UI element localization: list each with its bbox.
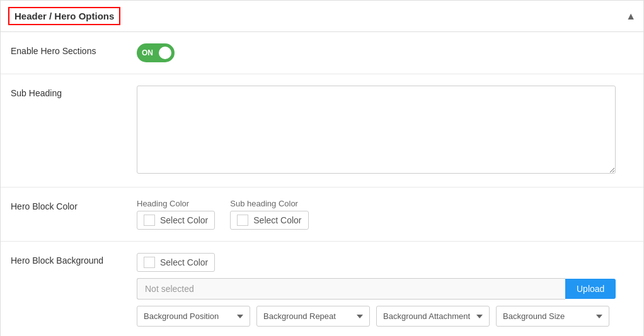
hero-block-color-content: Heading Color Select Color Sub heading C… [137, 199, 633, 230]
hero-block-color-row: Hero Block Color Heading Color Select Co… [1, 188, 643, 242]
enable-hero-toggle[interactable]: ON [137, 43, 175, 62]
background-repeat-dropdown[interactable]: Background Repeat [256, 306, 370, 327]
bg-select-color-btn[interactable]: Select Color [137, 253, 215, 272]
heading-color-group: Heading Color Select Color [137, 199, 215, 230]
bg-select-color-text: Select Color [160, 257, 208, 267]
dropdowns-row: Background Position Background Repeat Ba… [137, 306, 633, 327]
heading-color-btn-text: Select Color [160, 215, 208, 225]
hero-block-background-row: Hero Block Background Select Color Not s… [1, 242, 643, 336]
enable-hero-row: Enable Hero Sections ON [1, 32, 643, 74]
sub-heading-content [137, 86, 633, 176]
sub-heading-color-swatch [237, 215, 248, 226]
hero-block-background-label: Hero Block Background [11, 253, 137, 266]
heading-color-swatch [144, 215, 155, 226]
sub-heading-color-group: Sub heading Color Select Color [230, 199, 308, 230]
bg-select-color-wrapper: Select Color [137, 253, 633, 272]
section-header: Header / Hero Options ▲ [1, 1, 643, 32]
file-input-display: Not selected [137, 278, 565, 300]
page-wrapper: Header / Hero Options ▲ Enable Hero Sect… [0, 0, 644, 336]
sub-heading-color-btn-text: Select Color [253, 215, 301, 225]
heading-color-btn[interactable]: Select Color [137, 211, 215, 230]
bg-color-swatch [144, 257, 155, 268]
background-size-dropdown[interactable]: Background Size [496, 306, 609, 327]
sub-heading-label: Sub Heading [11, 86, 137, 98]
hero-block-background-content: Select Color Not selected Upload Backgro… [137, 253, 633, 327]
section-title: Header / Hero Options [8, 7, 120, 25]
background-attachment-dropdown[interactable]: Background Attachment [376, 306, 490, 327]
toggle-knob [159, 47, 171, 59]
color-pickers-row: Heading Color Select Color Sub heading C… [137, 199, 633, 230]
toggle-text: ON [142, 48, 153, 57]
sub-heading-textarea[interactable] [137, 86, 616, 174]
file-row: Not selected Upload [137, 278, 633, 300]
collapse-arrow[interactable]: ▲ [626, 11, 636, 22]
sub-heading-color-btn[interactable]: Select Color [230, 211, 308, 230]
background-row: Select Color Not selected Upload Backgro… [137, 253, 633, 327]
heading-color-label: Heading Color [137, 199, 215, 208]
sub-heading-row: Sub Heading [1, 74, 643, 188]
upload-btn[interactable]: Upload [565, 279, 616, 299]
enable-hero-label: Enable Hero Sections [11, 43, 137, 56]
hero-block-color-label: Hero Block Color [11, 199, 137, 211]
enable-hero-content: ON [137, 43, 633, 62]
sub-heading-color-label: Sub heading Color [230, 199, 308, 208]
background-position-dropdown[interactable]: Background Position [137, 306, 250, 327]
